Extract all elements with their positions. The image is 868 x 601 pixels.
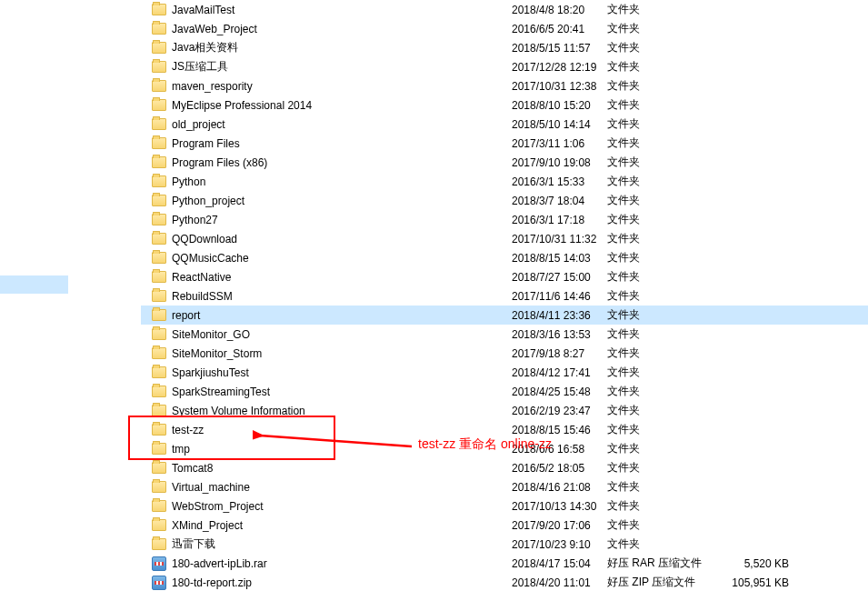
file-date: 2017/12/28 12:19 [512,61,607,74]
file-row[interactable]: Python_project2018/3/7 18:04文件夹 [141,191,868,210]
archive-rar-icon [152,556,166,571]
file-row[interactable]: Python272016/3/1 17:18文件夹 [141,210,868,229]
file-type: 文件夹 [607,346,725,361]
file-type: 文件夹 [607,536,725,552]
file-date: 2018/4/17 15:04 [512,557,607,570]
file-date: 2018/7/27 15:00 [512,271,607,284]
file-row[interactable]: 迅雷下载2017/10/23 9:10文件夹 [141,535,868,554]
file-row[interactable]: ReactNative2018/7/27 15:00文件夹 [141,267,868,286]
file-name: test-zz [168,424,512,436]
file-type: 文件夹 [607,21,725,36]
file-row[interactable]: WebStrom_Project2017/10/13 14:30文件夹 [141,496,868,516]
file-date: 2018/5/10 14:14 [512,118,607,131]
file-name: System Volume Information [168,405,512,417]
file-row[interactable]: maven_respority2017/10/31 12:38文件夹 [141,76,868,95]
file-row[interactable]: JavaMailTest2018/4/8 18:20文件夹 [141,0,868,19]
file-name: Python27 [168,214,512,226]
file-name: Program Files (x86) [168,156,512,169]
file-name: Tomcat8 [168,462,512,475]
folder-icon [152,156,166,168]
file-row[interactable]: QQDownload2017/10/31 11:32文件夹 [141,229,868,248]
file-list-view[interactable]: JavaMailTest2018/4/8 18:20文件夹JavaWeb_Pro… [141,0,868,601]
file-type: 文件夹 [607,40,725,55]
file-date: 2017/9/18 8:27 [512,347,607,360]
file-name: 180-td-report.zip [168,576,512,589]
file-name: SparkStreamingTest [168,386,512,398]
file-type: 文件夹 [607,441,725,456]
file-row[interactable]: Program Files (x86)2017/9/10 19:08文件夹 [141,153,868,172]
file-type: 文件夹 [607,78,725,94]
file-date: 2018/4/20 11:01 [512,576,607,589]
file-date: 2016/3/1 17:18 [512,214,607,226]
file-row[interactable]: Java相关资料2018/5/15 11:57文件夹 [141,38,868,57]
folder-icon [152,538,166,550]
folder-icon [152,23,166,35]
file-name: ReactNative [168,271,512,284]
file-date: 2017/10/13 14:30 [512,500,607,513]
sidebar-selection[interactable] [0,275,68,294]
file-name: report [168,309,512,322]
file-type: 文件夹 [607,135,725,151]
file-name: JavaMailTest [168,4,512,16]
file-type: 好压 RAR 压缩文件 [607,556,725,571]
file-row[interactable]: SiteMonitor_GO2018/3/16 13:53文件夹 [141,325,868,344]
file-type: 文件夹 [607,174,725,189]
file-row[interactable]: System Volume Information2016/2/19 23:47… [141,401,868,420]
file-name: RebuildSSM [168,290,512,303]
file-size: 105,951 KB [725,576,798,589]
file-date: 2018/3/7 18:04 [512,195,607,207]
file-date: 2018/4/16 21:08 [512,481,607,494]
file-type: 文件夹 [607,2,725,17]
file-row[interactable]: report2018/4/11 23:36文件夹 [141,306,868,325]
folder-icon [152,309,166,321]
folder-icon [152,175,166,187]
file-row[interactable]: test-zz2018/8/15 15:46文件夹 [141,420,868,439]
file-row[interactable]: 180-td-report.zip2018/4/20 11:01好压 ZIP 压… [141,573,868,592]
folder-icon [152,99,166,111]
folder-icon [152,386,166,397]
file-row[interactable]: Virtual_machine2018/4/16 21:08文件夹 [141,477,868,496]
file-type: 文件夹 [607,116,725,132]
file-date: 2018/4/12 17:41 [512,366,607,379]
file-type: 好压 ZIP 压缩文件 [607,575,725,590]
file-type: 文件夹 [607,97,725,113]
file-row[interactable]: Tomcat82016/5/2 18:05文件夹 [141,458,868,477]
file-row[interactable]: QQMusicCache2018/8/15 14:03文件夹 [141,248,868,267]
file-row[interactable]: SiteMonitor_Storm2017/9/18 8:27文件夹 [141,344,868,363]
file-row[interactable]: MyEclipse Professional 20142018/8/10 15:… [141,95,868,115]
file-date: 2017/9/10 19:08 [512,156,607,169]
file-name: Java相关资料 [168,40,512,55]
file-date: 2018/8/10 15:20 [512,99,607,112]
file-date: 2018/5/15 11:57 [512,42,607,55]
file-date: 2017/9/20 17:06 [512,519,607,532]
folder-icon [152,137,166,149]
file-date: 2016/6/5 20:41 [512,23,607,35]
file-row[interactable]: SparkStreamingTest2018/4/25 15:48文件夹 [141,382,868,401]
folder-icon [152,42,166,54]
file-row[interactable]: tmp2018/6/6 16:58文件夹 [141,439,868,458]
file-name: SiteMonitor_Storm [168,347,512,360]
file-name: SparkjiushuTest [168,366,512,379]
file-row[interactable]: JavaWeb_Project2016/6/5 20:41文件夹 [141,19,868,38]
file-row[interactable]: old_project2018/5/10 14:14文件夹 [141,115,868,134]
file-row[interactable]: Program Files2017/3/11 1:06文件夹 [141,134,868,153]
file-type: 文件夹 [607,307,725,323]
file-row[interactable]: 180-advert-ipLib.rar2018/4/17 15:04好压 RA… [141,554,868,573]
file-type: 文件夹 [607,155,725,170]
file-row[interactable]: RebuildSSM2017/11/6 14:46文件夹 [141,286,868,306]
file-name: WebStrom_Project [168,500,512,513]
folder-icon [152,443,166,455]
file-row[interactable]: JS压缩工具2017/12/28 12:19文件夹 [141,57,868,76]
file-row[interactable]: Python2016/3/1 15:33文件夹 [141,172,868,191]
file-date: 2016/3/1 15:33 [512,175,607,188]
file-row[interactable]: SparkjiushuTest2018/4/12 17:41文件夹 [141,363,868,382]
file-type: 文件夹 [607,231,725,246]
file-row[interactable]: XMind_Project2017/9/20 17:06文件夹 [141,516,868,535]
file-date: 2018/6/6 16:58 [512,443,607,456]
folder-icon [152,195,166,206]
file-date: 2017/3/11 1:06 [512,137,607,150]
file-name: 180-advert-ipLib.rar [168,557,512,570]
sidebar-nav [0,0,141,601]
file-name: QQDownload [168,233,512,245]
folder-icon [152,80,166,92]
